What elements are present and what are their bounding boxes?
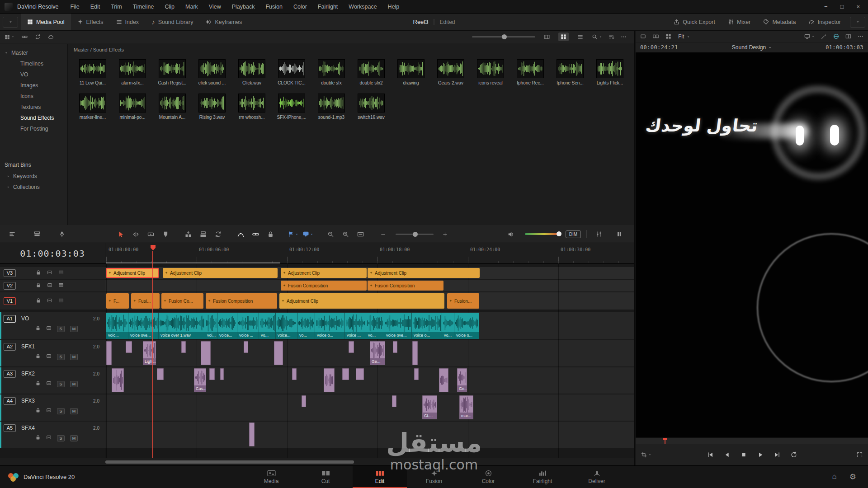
sfx-clip[interactable] (356, 368, 364, 380)
media-clip[interactable]: switch16.wav (351, 94, 391, 120)
sfx-clip[interactable] (244, 341, 248, 353)
dynamic-trim-button[interactable] (144, 228, 157, 240)
sfx-clip[interactable]: Ge... (457, 368, 467, 392)
fit-dropdown[interactable]: Fit (678, 33, 690, 40)
track-header-v1[interactable]: V1 (0, 292, 105, 310)
split-icon[interactable] (845, 33, 851, 39)
stop-button[interactable] (737, 449, 750, 460)
link-clips-button[interactable] (249, 228, 262, 240)
sfx-clip[interactable] (106, 341, 112, 365)
last-frame-button[interactable] (771, 449, 783, 460)
step-back-button[interactable] (721, 449, 733, 460)
solo-button[interactable]: S (57, 326, 65, 332)
track-header-v2[interactable]: V2 (0, 280, 105, 291)
link-icon[interactable] (22, 34, 28, 40)
media-clip[interactable]: double sfx (311, 59, 351, 85)
filmstrip-view-icon[interactable] (542, 33, 552, 41)
video-clip[interactable]: Fusion Composition (206, 293, 277, 309)
page-fusion[interactable]: Fusion (407, 466, 461, 488)
mute-button[interactable]: M (70, 381, 78, 387)
sort-icon[interactable] (609, 34, 614, 40)
audio-clip[interactable]: voic... (106, 313, 128, 339)
lock-icon[interactable] (35, 380, 41, 387)
media-clip[interactable]: Lights Flick... (590, 59, 630, 85)
bin-master[interactable]: Master (0, 47, 67, 58)
track-lane-a5[interactable] (105, 422, 634, 448)
sfx-clip[interactable] (220, 368, 224, 380)
options-menu-icon[interactable] (621, 34, 627, 40)
app-logo-icon[interactable] (5, 3, 13, 11)
media-clip[interactable]: minimal-po... (113, 94, 152, 120)
blade-edit-button[interactable] (159, 228, 172, 240)
sync-icon[interactable] (35, 34, 41, 40)
video-clip[interactable]: Adjustment Clip (281, 268, 367, 278)
audio-clip[interactable]: voice ove... (128, 313, 159, 339)
overwrite-clip-button[interactable] (196, 228, 210, 240)
media-clip[interactable]: sound-1.mp3 (311, 94, 351, 120)
sfx-clip[interactable] (209, 368, 215, 380)
viewer-playhead[interactable] (665, 438, 665, 444)
media-clip[interactable]: alarm-sfx... (113, 59, 152, 85)
media-clip[interactable]: Iphone Sen... (550, 59, 590, 85)
sfx-clip[interactable] (201, 341, 211, 365)
flag-tool-button[interactable] (286, 228, 300, 240)
film-icon[interactable] (58, 270, 64, 277)
menu-item-clip[interactable]: Clip (160, 0, 180, 13)
track-id-a5[interactable]: A5 (4, 424, 16, 432)
media-clip[interactable]: double sfx2 (351, 59, 391, 85)
track-id-a2[interactable]: A2 (4, 343, 16, 351)
timeline-scrollbar[interactable] (105, 460, 354, 464)
video-clip[interactable]: Adjustment Clip (279, 293, 444, 309)
metadata-button[interactable]: Metadata (757, 14, 802, 30)
auto-select-icon[interactable] (46, 380, 52, 387)
menu-item-edit[interactable]: Edit (85, 0, 106, 13)
audio-clip[interactable]: vo... (297, 313, 315, 339)
project-manager-icon[interactable]: ⌂ (832, 472, 836, 482)
sfx-clip[interactable] (249, 422, 255, 446)
auto-select-icon[interactable] (47, 298, 52, 305)
sfx-clip[interactable] (181, 341, 186, 353)
meters-icon[interactable] (613, 228, 626, 240)
media-clip[interactable]: Cash Regist... (152, 59, 192, 85)
media-pool-button[interactable]: Media Pool (21, 14, 71, 30)
mute-button[interactable]: M (70, 326, 78, 332)
sfx-clip[interactable]: Light... (143, 341, 156, 365)
mute-button[interactable]: M (70, 354, 78, 360)
solo-button[interactable]: S (57, 381, 65, 387)
curve-editor-button[interactable] (234, 228, 247, 240)
maximize-button[interactable]: □ (840, 3, 844, 10)
video-clip[interactable]: Fusion Composition (368, 281, 443, 291)
auto-select-icon[interactable] (46, 325, 52, 332)
lock-icon[interactable] (36, 282, 41, 289)
track-lane-a3[interactable]: Cas...Ge... (105, 367, 634, 394)
sfx-clip[interactable] (412, 341, 418, 365)
audio-clip[interactable]: voice ... (345, 313, 366, 339)
auto-select-icon[interactable] (46, 353, 52, 360)
index-button[interactable]: Index (110, 14, 146, 30)
expand-icon[interactable] (857, 452, 863, 458)
sfx-clip[interactable]: Cas... (194, 368, 206, 392)
zoom-knob[interactable] (413, 232, 418, 237)
viewer-mode-dropdown[interactable]: Sound Design (732, 44, 772, 51)
media-clip[interactable]: Gears 2.wav (431, 59, 471, 85)
audio-clip[interactable]: voice o... (454, 313, 479, 339)
project-settings-gear-icon[interactable]: ⚙ (849, 472, 856, 482)
solo-button[interactable]: S (57, 435, 65, 441)
sfx-clip[interactable]: mar... (459, 395, 473, 419)
monitor-select-icon[interactable] (804, 33, 815, 39)
track-header-a3[interactable]: A3SFX22.0SM (0, 367, 105, 394)
lock-icon[interactable] (35, 353, 41, 360)
track-id-v2[interactable]: V2 (4, 282, 16, 290)
zoom-full-button[interactable] (354, 228, 367, 240)
video-clip[interactable]: F... (106, 293, 129, 309)
sfx-clip[interactable]: CL... (422, 395, 437, 419)
bin-icons[interactable]: Icons (0, 91, 67, 102)
page-media[interactable]: Media (244, 466, 298, 488)
menu-item-fairlight[interactable]: Fairlight (312, 0, 343, 13)
mixer-button[interactable]: Mixer (722, 14, 757, 30)
track-id-v1[interactable]: V1 (4, 297, 16, 305)
app-menu[interactable]: DaVinci Resolve (17, 4, 58, 10)
thumbnail-view-icon[interactable] (558, 33, 569, 41)
lock-icon[interactable] (35, 325, 41, 332)
audio-clip[interactable]: voice over 1.wav (159, 313, 205, 339)
